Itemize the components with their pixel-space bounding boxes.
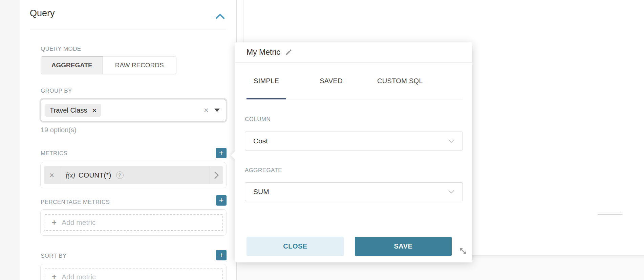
- select-clear-icon[interactable]: ×: [204, 106, 209, 114]
- close-button[interactable]: CLOSE: [246, 237, 344, 256]
- metric-name: COUNT(*): [79, 171, 111, 179]
- chip-label: Travel Class: [50, 107, 87, 114]
- add-metric-button[interactable]: +: [216, 148, 227, 158]
- metric-editor-tabs: SIMPLE SAVED CUSTOM SQL: [245, 63, 463, 99]
- add-metric-ghost-button[interactable]: + Add metric: [44, 214, 223, 231]
- plus-icon: +: [52, 218, 57, 227]
- question-circle-icon[interactable]: ?: [116, 171, 124, 179]
- add-metric-ghost-button[interactable]: + Add metric: [44, 269, 223, 280]
- query-control-panel: Query QUERY MODE AGGREGATE RAW RECORDS G…: [20, 0, 236, 280]
- options-count-text: 19 option(s): [41, 126, 77, 134]
- aggregate-select-value: SUM: [253, 188, 269, 196]
- metric-editor-popover: My Metric SIMPLE SAVED CUSTOM SQL COLUMN…: [235, 42, 472, 262]
- add-percentage-metric-button[interactable]: +: [216, 195, 227, 206]
- collapse-section-button[interactable]: [215, 12, 226, 21]
- aggregate-mode-button[interactable]: AGGREGATE: [41, 56, 103, 74]
- raw-records-mode-button[interactable]: RAW RECORDS: [103, 56, 176, 74]
- metrics-label: METRICS: [41, 150, 67, 157]
- metric-pill[interactable]: ✕ f(x) COUNT(*) ?: [44, 166, 223, 184]
- pencil-icon[interactable]: [285, 48, 293, 56]
- add-sort-metric-button[interactable]: +: [216, 250, 227, 260]
- percentage-metrics-label: PERCENTAGE METRICS: [41, 199, 110, 206]
- metric-remove-icon[interactable]: ✕: [44, 171, 60, 179]
- page-background-strip: [0, 0, 20, 280]
- popover-footer: CLOSE SAVE: [245, 237, 463, 256]
- popover-title: My Metric: [246, 48, 280, 57]
- percentage-metrics-dropzone: + Add metric: [40, 209, 227, 236]
- add-metric-placeholder: Add metric: [62, 218, 95, 227]
- column-select-value: Cost: [253, 137, 268, 145]
- group-by-chip[interactable]: Travel Class ✕: [45, 104, 101, 117]
- panel-title: Query: [30, 8, 55, 19]
- aggregate-select[interactable]: SUM: [245, 182, 463, 201]
- sort-by-dropzone: + Add metric: [40, 264, 227, 280]
- tab-simple[interactable]: SIMPLE: [246, 63, 286, 99]
- caret-down-icon[interactable]: [214, 109, 220, 112]
- chevron-right-icon[interactable]: [210, 171, 223, 179]
- save-button[interactable]: SAVE: [355, 237, 452, 256]
- add-metric-placeholder: Add metric: [62, 273, 95, 280]
- tab-custom-sql[interactable]: CUSTOM SQL: [370, 63, 430, 99]
- section-divider: [30, 29, 226, 29]
- aggregate-label: AGGREGATE: [245, 167, 463, 174]
- popover-body: SIMPLE SAVED CUSTOM SQL COLUMN Cost AGGR…: [235, 63, 472, 256]
- metrics-dropzone: ✕ f(x) COUNT(*) ?: [40, 162, 227, 188]
- chevron-down-icon: [448, 190, 454, 194]
- query-mode-label: QUERY MODE: [41, 46, 81, 52]
- tab-saved[interactable]: SAVED: [313, 63, 350, 99]
- query-mode-toggle: AGGREGATE RAW RECORDS: [41, 56, 176, 74]
- pill-divider: [60, 166, 60, 184]
- drag-handle-icon[interactable]: [598, 212, 623, 212]
- chip-remove-icon[interactable]: ✕: [92, 108, 96, 113]
- sort-by-label: SORT BY: [41, 253, 67, 259]
- function-icon: f(x): [66, 171, 75, 179]
- popover-header: My Metric: [235, 42, 472, 63]
- plus-icon: +: [52, 273, 57, 280]
- drag-handle-icon[interactable]: [598, 214, 623, 215]
- chevron-down-icon: [448, 139, 454, 143]
- resize-diagonal-icon[interactable]: [458, 247, 468, 256]
- column-label: COLUMN: [245, 116, 463, 123]
- group-by-label: GROUP BY: [41, 88, 72, 94]
- group-by-select[interactable]: Travel Class ✕ ×: [41, 99, 226, 121]
- column-select[interactable]: Cost: [245, 132, 463, 150]
- chevron-up-icon: [215, 12, 226, 21]
